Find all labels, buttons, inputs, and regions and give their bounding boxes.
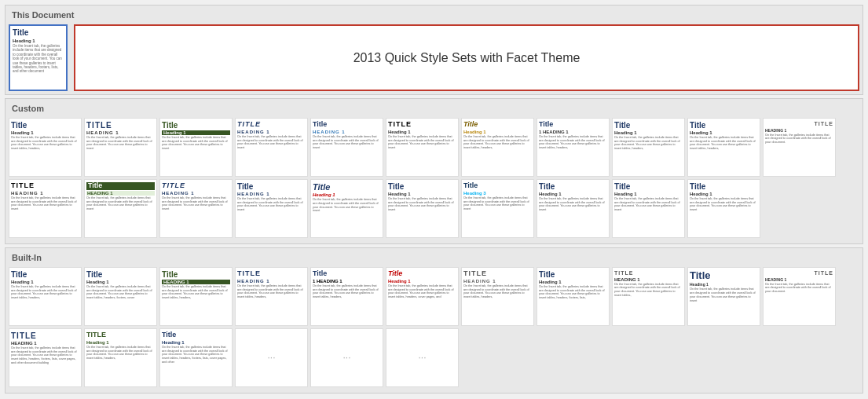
card-heading: HEADING 1 xyxy=(313,130,381,134)
card-title: TITLE xyxy=(463,270,532,278)
style-card[interactable]: Title Heading 1 On the Insert tab, the g… xyxy=(386,179,459,238)
card-body: On the Insert tab, the galleries include… xyxy=(313,198,381,213)
style-card[interactable]: Title Heading 1 On the Insert tab, the g… xyxy=(310,179,383,238)
style-card[interactable]: Title Heading 1 On the Insert tab, the g… xyxy=(687,267,760,326)
doc-thumb-heading: Heading 1 xyxy=(13,38,64,43)
card-body: On the Insert tab, the galleries include… xyxy=(162,346,230,364)
card-body: On the Insert tab, the galleries include… xyxy=(614,283,683,298)
doc-thumbnail[interactable]: Title Heading 1 On the Insert tab, the g… xyxy=(9,24,68,91)
style-card[interactable]: TITLE HEADING 1 On the Insert tab, the g… xyxy=(235,118,308,177)
card-body: On the Insert tab, the galleries include… xyxy=(86,136,155,151)
card-placeholder: ··· xyxy=(267,352,275,364)
card-heading: Heading 1 xyxy=(690,192,758,196)
style-card[interactable]: Title Heading 1 On the Insert tab, the g… xyxy=(461,118,534,177)
style-card[interactable]: TITLE HEADING 1 On the Insert tab, the g… xyxy=(763,118,836,177)
style-card[interactable]: Title Heading 1 On the Insert tab, the g… xyxy=(9,118,82,177)
card-body: On the Insert tab, the galleries include… xyxy=(690,287,758,302)
style-card[interactable]: Title HEADING 1 On the Insert tab, the g… xyxy=(310,118,383,177)
card-heading: Heading 1 xyxy=(614,192,683,196)
style-card[interactable]: Title Heading 1 On the Insert tab, the g… xyxy=(612,179,685,238)
style-card[interactable]: Title 1 HEADING 1 On the Insert tab, the… xyxy=(310,267,383,326)
selected-style-label: 2013 Quick Style Sets with Facet Theme xyxy=(353,51,580,65)
card-body: On the Insert tab, the galleries include… xyxy=(86,196,155,211)
card-body: On the Insert tab, the galleries include… xyxy=(86,346,155,361)
card-title: Title xyxy=(86,182,155,190)
card-heading: HEADING 1 xyxy=(11,341,79,346)
card-body: On the Insert tab, the galleries include… xyxy=(539,135,607,150)
built-in-row-2: TITLE HEADING 1 On the Insert tab, the g… xyxy=(9,328,859,387)
style-card[interactable]: Title Heading 1 On the Insert tab, the g… xyxy=(386,267,459,326)
style-card[interactable]: TITLE HEADING 1 On the Insert tab, the g… xyxy=(612,267,685,326)
card-heading: HEADING 1 xyxy=(765,128,833,133)
style-card[interactable]: ··· xyxy=(310,328,383,387)
card-title: Title xyxy=(313,121,381,129)
card-body: On the Insert tab, the galleries include… xyxy=(313,135,381,150)
style-card[interactable]: Title Heading 1 On the Insert tab, the g… xyxy=(9,267,82,326)
card-title: Title xyxy=(11,121,79,130)
card-title: Title xyxy=(690,182,758,191)
card-heading: 1 HEADING 1 xyxy=(539,130,607,134)
card-body: On the Insert tab, the galleries include… xyxy=(765,134,833,145)
style-card[interactable]: Title Heading 1 On the Insert tab, the g… xyxy=(537,267,610,326)
built-in-row-1: Title Heading 1 On the Insert tab, the g… xyxy=(9,267,859,326)
style-card[interactable]: ··· xyxy=(235,328,308,387)
card-heading: Heading 1 xyxy=(388,130,456,134)
card-body: On the Insert tab, the galleries include… xyxy=(463,196,532,211)
card-body: On the Insert tab, the galleries include… xyxy=(313,284,381,299)
style-card[interactable]: TITLE HEADING 1 On the Insert tab, the g… xyxy=(461,267,534,326)
card-body: On the Insert tab, the galleries include… xyxy=(463,135,532,150)
card-title: Title xyxy=(388,182,456,191)
card-heading: Heading 1 xyxy=(463,130,532,134)
style-card[interactable]: TITLE HEADING 1 On the Insert tab, the g… xyxy=(9,179,82,238)
style-card[interactable]: TITLE HEADING 1 On the Insert tab, the g… xyxy=(84,118,157,177)
custom-row-1: Title Heading 1 On the Insert tab, the g… xyxy=(9,118,859,177)
style-card[interactable]: Title HEADING 1 On the Insert tab, the g… xyxy=(159,267,233,326)
card-title: TITLE xyxy=(11,331,79,340)
card-title: TITLE xyxy=(162,182,230,190)
card-title: Title xyxy=(162,331,230,339)
card-body: On the Insert tab, the galleries include… xyxy=(388,284,456,299)
card-heading: Heading 1 xyxy=(690,130,758,135)
style-card[interactable]: TITLE HEADING 1 On the Insert tab, the g… xyxy=(159,179,233,238)
style-card[interactable]: Title Heading 1 On the Insert tab, the g… xyxy=(612,118,685,177)
style-card[interactable]: Title Heading 1 On the Insert tab, the g… xyxy=(159,118,233,177)
card-body: On the Insert tab, the galleries include… xyxy=(162,136,230,151)
card-heading: Heading 1 xyxy=(11,280,79,284)
card-heading: HEADING 1 xyxy=(463,279,532,284)
style-card[interactable]: Title Heading 1 On the Insert tab, the g… xyxy=(84,267,157,326)
style-card[interactable]: Title Heading 1 On the Insert tab, the g… xyxy=(159,328,233,387)
card-title: Title xyxy=(539,270,607,279)
style-card[interactable]: Title 1 HEADING 1 On the Insert tab, the… xyxy=(537,118,610,177)
style-card[interactable]: Title HEADING 1 On the Insert tab, the g… xyxy=(84,179,157,238)
card-body: On the Insert tab, the galleries include… xyxy=(614,197,683,212)
style-card[interactable]: Title Heading 1 On the Insert tab, the g… xyxy=(687,179,760,238)
card-body: On the Insert tab, the galleries include… xyxy=(690,197,758,212)
style-card[interactable]: TITLE Heading 1 On the Insert tab, the g… xyxy=(84,328,157,387)
style-card[interactable]: Title Heading 1 On the Insert tab, the g… xyxy=(537,179,610,238)
custom-row-2: TITLE HEADING 1 On the Insert tab, the g… xyxy=(9,179,859,238)
style-card[interactable]: TITLE Heading 1 On the Insert tab, the g… xyxy=(386,118,459,177)
style-card[interactable]: TITLE HEADING 1 On the Insert tab, the g… xyxy=(763,267,836,326)
style-card[interactable]: Title Heading 1 On the Insert tab, the g… xyxy=(687,118,760,177)
card-heading: HEADING 1 xyxy=(86,191,155,196)
card-body: On the Insert tab, the galleries include… xyxy=(11,136,79,151)
doc-thumb-title: Title xyxy=(13,28,64,37)
card-body: On the Insert tab, the galleries include… xyxy=(11,285,79,300)
card-title: TITLE xyxy=(388,121,456,129)
style-card[interactable]: Title Heading 3 On the Insert tab, the g… xyxy=(461,179,534,238)
card-heading: Heading 1 xyxy=(162,340,230,345)
style-card[interactable]: ··· xyxy=(386,328,459,387)
card-heading: Heading 1 xyxy=(690,282,758,287)
card-heading: Heading 1 xyxy=(388,192,456,196)
card-placeholder: ··· xyxy=(342,352,350,364)
card-title: TITLE xyxy=(86,331,155,339)
card-heading: Heading 1 xyxy=(11,130,79,135)
style-card[interactable]: TITLE HEADING 1 On the Insert tab, the g… xyxy=(9,328,82,387)
card-body: On the Insert tab, the galleries include… xyxy=(162,196,230,211)
style-card[interactable]: Title HEADING 1 On the Insert tab, the g… xyxy=(235,179,308,238)
this-document-header: This Document xyxy=(9,9,859,21)
style-card[interactable]: TITLE HEADING 1 On the Insert tab, the g… xyxy=(235,267,308,326)
this-document-section: This Document Title Heading 1 On the Ins… xyxy=(5,5,863,95)
card-heading: Heading 3 xyxy=(463,191,532,196)
card-title: Title xyxy=(614,121,683,130)
